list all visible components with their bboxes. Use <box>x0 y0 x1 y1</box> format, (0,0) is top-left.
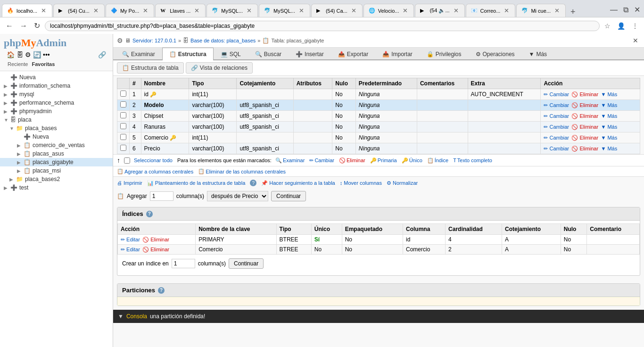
profile-button[interactable]: 👤 <box>615 21 627 31</box>
back-button[interactable]: ← <box>4 21 15 31</box>
tree-item-msi[interactable]: ▶ 📋 placas_msi <box>0 166 113 175</box>
url-input[interactable] <box>45 21 600 31</box>
eliminar-link-4[interactable]: 🚫 Eliminar <box>571 124 598 130</box>
cambiar-link-2[interactable]: ✏ Cambiar <box>544 102 569 108</box>
subtab-relaciones[interactable]: 🔗 Vista de relaciones <box>186 62 253 74</box>
tab-close-8[interactable]: ✕ <box>402 7 409 14</box>
topbar-db-link[interactable]: Base de datos: placa_bases <box>190 38 256 43</box>
tab-close-4[interactable]: ✕ <box>193 7 200 14</box>
favorites-link[interactable]: Favoritas <box>32 61 55 67</box>
eliminar-columnas-link[interactable]: 📋 Eliminar de las columnas centrales <box>198 168 286 174</box>
eliminar-link-5[interactable]: 🚫 Eliminar <box>571 135 598 141</box>
cambiar-link-6[interactable]: ✏ Cambiar <box>544 146 569 152</box>
tree-item-placa-bases2[interactable]: ▶ 📁 placa_bases2 <box>0 175 113 183</box>
more-icon[interactable]: ••• <box>43 51 50 58</box>
idx-del-primary[interactable]: 🚫 Eliminar <box>142 237 169 243</box>
idx-del-comercio[interactable]: 🚫 Eliminar <box>142 247 169 253</box>
menu-button[interactable]: ⋮ <box>630 21 640 31</box>
marked-eliminar[interactable]: 🚫 Eliminar <box>339 157 365 164</box>
create-idx-input[interactable] <box>172 259 195 268</box>
tree-item-info-schema[interactable]: ▶ ➕ information_schema <box>0 82 113 90</box>
checkbox-6[interactable] <box>120 145 126 151</box>
tab-examinar[interactable]: 🔍 Examinar <box>115 48 162 60</box>
tab-operaciones[interactable]: ⚙ Operaciones <box>469 48 522 60</box>
cambiar-link-4[interactable]: ✏ Cambiar <box>544 124 569 130</box>
tab-close-5[interactable]: ✕ <box>246 7 253 14</box>
eliminar-link-3[interactable]: 🚫 Eliminar <box>571 113 598 119</box>
tab-close-6[interactable]: ✕ <box>298 7 305 14</box>
tab-estructura[interactable]: 📋 Estructura <box>162 48 214 60</box>
partitions-help-icon[interactable]: ? <box>158 287 165 294</box>
tree-item-asus[interactable]: ▶ 📋 placas_asus <box>0 149 113 158</box>
tree-item-placa[interactable]: ▼ 🗄 placa <box>0 116 113 124</box>
create-idx-continuar[interactable]: Continuar <box>229 258 264 269</box>
tree-item-nueva[interactable]: ➕ Nueva <box>0 73 113 82</box>
close-button[interactable]: ✕ <box>632 4 642 15</box>
tree-item-gigabyte[interactable]: ▶ 📋 placas_gigabyte <box>0 158 113 166</box>
cambiar-link-3[interactable]: ✏ Cambiar <box>544 113 569 119</box>
minimize-button[interactable]: — <box>608 4 619 15</box>
tab-3[interactable]: 🔷 My Po... ✕ <box>106 4 154 17</box>
tab-6[interactable]: 🐬 MySQL... ✕ <box>259 4 310 17</box>
eliminar-link-6[interactable]: 🚫 Eliminar <box>571 146 598 152</box>
imprimir-link[interactable]: 🖨 Imprimir <box>117 180 142 186</box>
tab-close-10[interactable]: ✕ <box>503 7 510 14</box>
marked-cambiar[interactable]: ✏ Cambiar <box>309 157 334 164</box>
select-all-link[interactable]: Seleccionar todo <box>134 157 173 163</box>
settings-icon[interactable]: ⚙ <box>25 51 31 58</box>
tab-insertar[interactable]: ➕ Insertar <box>289 48 331 60</box>
eliminar-link-1[interactable]: 🚫 Eliminar <box>571 91 598 98</box>
mover-link[interactable]: ↕ Mover columnas <box>340 180 382 186</box>
tree-item-mysql[interactable]: ▶ ➕ mysql <box>0 90 113 99</box>
tab-buscar[interactable]: 🔍 Buscar <box>248 48 289 60</box>
tab-8[interactable]: 🌐 Velocio... ✕ <box>363 4 414 17</box>
tab-importar[interactable]: 📥 Importar <box>375 48 420 60</box>
topbar-close-button[interactable]: ✕ <box>631 36 640 45</box>
tab-11[interactable]: 🐬 Mi cue... ✕ <box>516 4 566 17</box>
select-all-checkbox[interactable] <box>124 157 130 164</box>
add-column-position[interactable]: después de Precio al principio al final <box>207 191 268 201</box>
mas-dropdown-4[interactable]: ▼ Más <box>601 124 618 130</box>
tab-5[interactable]: 🐬 MySQL... ✕ <box>206 4 258 17</box>
bookmark-button[interactable]: ☆ <box>603 21 612 31</box>
cambiar-link-1[interactable]: ✏ Cambiar <box>544 91 569 98</box>
marked-unico[interactable]: 🔑 Único <box>402 157 422 164</box>
forward-button[interactable]: → <box>18 21 29 31</box>
tab-exportar[interactable]: 📤 Exportar <box>331 48 375 60</box>
planteamiento-link[interactable]: 📊 Planteamiento de la estructura de tabl… <box>147 180 245 186</box>
tab-privilegios[interactable]: 🔒 Privilegios <box>420 48 469 60</box>
checkbox-3[interactable] <box>120 112 126 118</box>
maximize-button[interactable]: ⧉ <box>621 4 630 15</box>
eliminar-link-2[interactable]: 🚫 Eliminar <box>571 102 598 108</box>
refresh-button[interactable]: ↻ <box>32 20 42 31</box>
checkbox-5[interactable] <box>120 134 126 140</box>
marked-primaria[interactable]: 🔑 Primaria <box>370 157 397 164</box>
sidebar-link-icon[interactable]: 🔗 <box>98 51 106 58</box>
tab-close-1[interactable]: ✕ <box>40 7 47 14</box>
tab-close-7[interactable]: ✕ <box>350 7 357 14</box>
mas-dropdown-5[interactable]: ▼ Más <box>601 135 618 140</box>
tree-item-phpmyadmin[interactable]: ▶ ➕ phpmyadmin <box>0 107 113 116</box>
tab-4[interactable]: W Llaves ... ✕ <box>155 4 206 17</box>
seguimiento-link[interactable]: 📌 Hacer seguimiento a la tabla <box>261 180 335 186</box>
mas-dropdown-6[interactable]: ▼ Más <box>601 146 618 151</box>
recent-link[interactable]: Reciente <box>8 61 28 67</box>
tab-close-11[interactable]: ✕ <box>553 7 561 14</box>
tab-1[interactable]: 🔥 localho... ✕ <box>2 4 52 17</box>
checkbox-1[interactable] <box>120 91 126 97</box>
tree-item-perf[interactable]: ▶ ➕ performance_schema <box>0 99 113 107</box>
tab-mas[interactable]: ▼ Más <box>522 48 554 60</box>
add-column-continuar[interactable]: Continuar <box>271 191 306 201</box>
idx-edit-primary[interactable]: ✏ Editar <box>121 237 140 243</box>
console-toggle-icon[interactable]: ▼ <box>118 313 124 320</box>
marked-examinar[interactable]: 🔍 Examinar <box>275 157 305 164</box>
marked-texto[interactable]: T Texto completo <box>453 157 492 163</box>
topbar-settings-icon[interactable]: ⚙ <box>117 37 123 44</box>
indices-help-icon[interactable]: ? <box>146 211 153 217</box>
mas-dropdown-2[interactable]: ▼ Más <box>601 102 618 108</box>
home-icon[interactable]: 🏠 <box>7 51 15 58</box>
tab-9[interactable]: ▶ (54 🔈... ✕ <box>415 4 464 17</box>
tab-close-3[interactable]: ✕ <box>142 7 149 14</box>
tab-10[interactable]: 📧 Correo... ✕ <box>466 4 516 17</box>
tab-2[interactable]: ▶ (54) Cu... ✕ <box>53 4 105 17</box>
